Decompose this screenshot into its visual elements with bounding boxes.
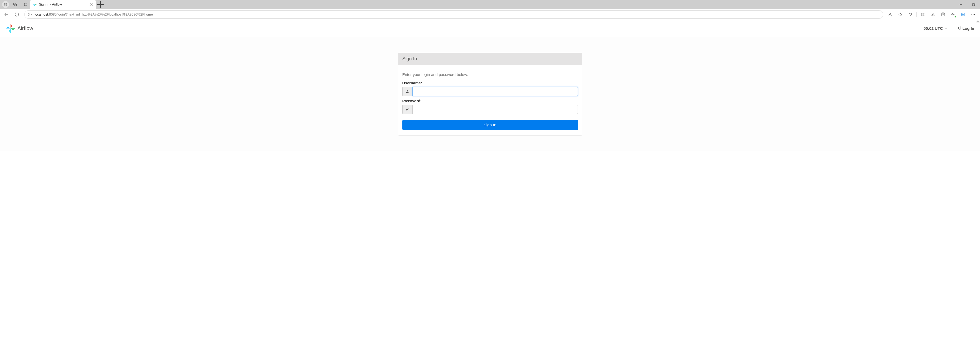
panel-heading: Sign In [398, 53, 582, 65]
time-text: 00:02 UTC [924, 26, 943, 30]
username-input[interactable] [412, 87, 578, 96]
new-tab-button[interactable] [96, 0, 105, 9]
tab-close-icon[interactable] [89, 2, 93, 6]
workspaces-icon[interactable] [11, 0, 19, 9]
collections-icon[interactable] [939, 10, 947, 19]
settings-more-icon[interactable] [969, 10, 977, 19]
svg-rect-1 [14, 4, 16, 6]
window-minimize-button[interactable] [956, 0, 966, 9]
scroll-up-indicator-icon[interactable] [976, 20, 980, 22]
window-controls [956, 0, 979, 9]
svg-rect-2 [24, 3, 27, 6]
svg-rect-18 [923, 13, 925, 16]
favorite-star-icon[interactable] [896, 10, 904, 19]
signin-panel: Sign In Enter your login and password be… [398, 53, 582, 135]
page-viewport: Airflow 00:02 UTC Log In Sign In Enter y… [0, 20, 980, 151]
browser-tab-active[interactable]: Sign In - Airflow [30, 0, 96, 9]
svg-point-29 [972, 14, 972, 14]
navbar-right: 00:02 UTC Log In [924, 25, 974, 31]
password-label: Password: [402, 99, 578, 103]
profile-avatar[interactable]: TB [2, 1, 9, 8]
airflow-logo-icon [6, 24, 15, 33]
extensions-icon[interactable] [906, 10, 915, 19]
toolbar-separator [916, 12, 917, 17]
site-info-icon[interactable] [28, 13, 32, 17]
svg-rect-35 [407, 108, 409, 110]
svg-marker-16 [898, 13, 902, 16]
browser-tab-title: Sign In - Airflow [39, 3, 87, 6]
login-link-label: Log In [963, 26, 974, 30]
titlebar-left-controls: TB [0, 0, 30, 9]
read-aloud-icon[interactable] [886, 10, 894, 19]
svg-point-33 [407, 90, 408, 91]
brand[interactable]: Airflow [6, 24, 33, 33]
window-restore-button[interactable] [969, 0, 979, 9]
url-path: :8080/login/?next_url=http%3A%2F%2Flocal… [48, 13, 153, 16]
svg-marker-19 [932, 13, 934, 15]
chevron-down-icon [944, 26, 947, 30]
signin-button[interactable]: Sign In [402, 120, 578, 130]
login-link[interactable]: Log In [956, 25, 974, 31]
address-bar[interactable]: localhost:8080/login/?next_url=http%3A%2… [24, 10, 883, 19]
browser-titlebar: TB Sign In - Airflow [0, 0, 980, 9]
username-input-group [402, 87, 578, 96]
panel-body: Enter your login and password below: Use… [398, 65, 582, 135]
svg-point-31 [974, 14, 975, 14]
profile-initials: TB [4, 3, 7, 6]
browser-toolbar: localhost:8080/login/?next_url=http%3A%2… [0, 9, 980, 20]
key-icon [402, 105, 412, 114]
toolbar-right-icons [886, 10, 978, 19]
help-text: Enter your login and password below: [402, 72, 578, 77]
svg-point-30 [973, 14, 974, 14]
tab-actions-icon[interactable] [21, 0, 30, 9]
app-navbar: Airflow 00:02 UTC Log In [0, 20, 980, 37]
airflow-favicon-icon [33, 2, 37, 6]
username-label: Username: [402, 81, 578, 85]
user-icon [402, 87, 412, 96]
password-input[interactable] [412, 105, 578, 114]
address-bar-url: localhost:8080/login/?next_url=http%3A%2… [35, 13, 153, 16]
svg-rect-17 [921, 13, 923, 16]
password-input-group [402, 105, 578, 114]
page-body: Sign In Enter your login and password be… [0, 37, 980, 151]
status-dot-icon [955, 16, 956, 18]
signin-button-label: Sign In [484, 123, 496, 127]
url-host: localhost [35, 13, 48, 16]
performance-icon[interactable] [949, 10, 957, 19]
brand-name: Airflow [18, 25, 33, 31]
ie-mode-icon[interactable] [959, 10, 967, 19]
time-display[interactable]: 00:02 UTC [924, 26, 947, 30]
favorites-bar-icon[interactable] [929, 10, 937, 19]
login-icon [956, 25, 961, 31]
svg-rect-10 [972, 4, 974, 6]
back-button[interactable] [2, 10, 11, 19]
split-screen-icon[interactable] [919, 10, 927, 19]
svg-rect-0 [14, 3, 16, 5]
refresh-button[interactable] [12, 10, 22, 19]
